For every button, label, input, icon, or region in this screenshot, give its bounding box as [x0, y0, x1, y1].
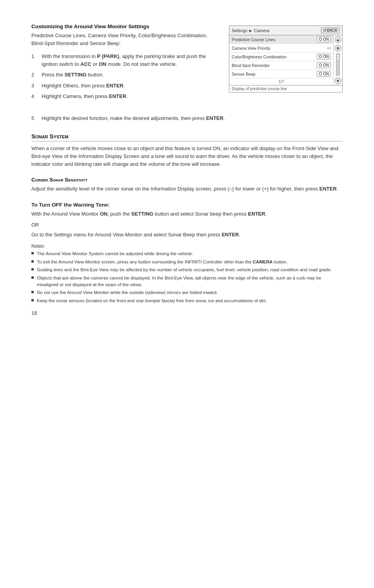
- step-text-3: Highlight Others, then press ENTER.: [42, 82, 217, 90]
- screen-row-2[interactable]: Camera View Priority: [229, 44, 333, 53]
- back-label: BACK: [327, 28, 338, 33]
- setting-label-warning: SETTING: [131, 211, 153, 217]
- bullet-3: [31, 268, 34, 270]
- back-icon: ↺: [323, 28, 326, 33]
- step-5-list: 5 Highlight the desired function, make t…: [31, 114, 343, 122]
- corner-sonar-body: Adjust the sensitivity level of the corn…: [31, 185, 343, 193]
- intro-text: Predictive Course Lines, Camera View Pri…: [31, 32, 217, 47]
- note-item-3: Guiding lines and the Bird-Eye View may …: [31, 267, 343, 273]
- enter-label-sonar: ENTER: [319, 186, 336, 192]
- warning-tone-body2: Go to the Settings menu for Around View …: [31, 231, 343, 239]
- screen-rows: Predictive Course Lines O ON Camera View…: [229, 35, 342, 85]
- bullet-4: [31, 276, 34, 279]
- note-item-6: Keep the sonar sensors (located on the f…: [31, 298, 343, 304]
- step-3: 3 Highlight Others, then press ENTER.: [31, 82, 217, 90]
- screen-menu-col: Predictive Course Lines O ON Camera View…: [229, 35, 334, 85]
- screen-side-col: ▲ ▼ ▼: [334, 35, 342, 85]
- page-number: 18: [31, 310, 37, 316]
- screen-header: Settings ► Camera ↺ BACK: [229, 26, 342, 35]
- enter-label-warning2: ENTER: [221, 232, 239, 238]
- notes-list: The Around View Monitor System cannot be…: [31, 250, 343, 304]
- note-item-5: Do not use the Around View Monitor while…: [31, 289, 343, 296]
- right-column: Settings ► Camera ↺ BACK Predictive Cour…: [229, 24, 343, 103]
- enter-label-1: ENTER: [106, 83, 123, 89]
- step-text-4: Highlight Camera, then press ENTER.: [42, 93, 217, 100]
- acc-label: ACC: [80, 61, 91, 67]
- row-value-2: [327, 47, 331, 49]
- row-value-4: O ON: [317, 62, 331, 68]
- setting-label-1: SETTING: [65, 72, 87, 78]
- screen-row-1[interactable]: Predictive Course Lines O ON: [229, 35, 333, 44]
- page-content: Customizing the Around View Monitor Sett…: [31, 24, 343, 304]
- warning-tone-heading: To Turn OFF the Warning Tone:: [31, 202, 343, 208]
- row-value-3: O ON: [317, 54, 331, 60]
- note-text-2: To exit the Around View Monitor screen, …: [37, 259, 288, 265]
- enter-label-5: ENTER: [206, 115, 223, 121]
- screen-row-3[interactable]: Color/Brightness Combination O ON: [229, 53, 333, 61]
- camera-label: CAMERA: [253, 260, 272, 264]
- top-section: Customizing the Around View Monitor Sett…: [31, 24, 343, 103]
- step-4: 4 Highlight Camera, then press ENTER.: [31, 93, 217, 100]
- note-text-4: Objects that are above the cameras canno…: [37, 275, 343, 288]
- step-2: 2 Press the SETTING button.: [31, 71, 217, 79]
- enter-label-2: ENTER: [109, 93, 126, 99]
- bullet-1: [31, 252, 34, 254]
- scroll-handle: [336, 54, 340, 61]
- screen-row-4[interactable]: Blind-Spot Reminder O ON: [229, 61, 333, 70]
- back-button[interactable]: ↺ BACK: [321, 27, 340, 33]
- scroll-down-button[interactable]: ▼: [334, 77, 341, 84]
- step-number-3: 3: [31, 82, 37, 90]
- customizing-title: Customizing the Around View Monitor Sett…: [31, 24, 217, 29]
- screen-row-5[interactable]: Sensor Beep O ON: [229, 70, 333, 78]
- step-text-2: Press the SETTING button.: [42, 71, 217, 79]
- bullet-5: [31, 291, 34, 293]
- row-label-4: Blind-Spot Reminder: [232, 63, 270, 68]
- bullet-6: [31, 299, 34, 301]
- note-item-1: The Around View Monitor System cannot be…: [31, 250, 343, 257]
- row-value-5: O ON: [317, 71, 331, 77]
- step-number-5: 5: [31, 114, 37, 122]
- note-item-4: Objects that are above the cameras canno…: [31, 275, 343, 288]
- enter-label-warning: ENTER: [248, 211, 265, 217]
- on-label-warning: ON: [100, 211, 108, 217]
- left-column: Customizing the Around View Monitor Sett…: [31, 24, 217, 103]
- step-1: 1 With the transmission in P (PARK), app…: [31, 53, 217, 68]
- step-number-1: 1: [31, 53, 37, 68]
- scroll-track: [336, 53, 340, 76]
- step-number-2: 2: [31, 71, 37, 79]
- screen-page-num: 1/7: [229, 78, 333, 85]
- screen-footer: Display of predictive course line: [229, 85, 342, 92]
- park-label: P (PARK): [97, 53, 120, 59]
- row-label-5: Sensor Beep: [232, 72, 256, 76]
- row-label-1: Predictive Course Lines: [232, 37, 275, 42]
- or-text: OR: [31, 222, 343, 228]
- step-5-container: 5 Highlight the desired function, make t…: [31, 114, 343, 122]
- warning-tone-body1: With the Around View Monitor ON, push th…: [31, 210, 343, 218]
- screen-header-title: Settings ► Camera: [232, 28, 269, 33]
- steps-list: 1 With the transmission in P (PARK), app…: [31, 53, 217, 100]
- step-number-4: 4: [31, 93, 37, 100]
- scroll-down-button-2[interactable]: ▼: [334, 45, 341, 52]
- corner-sonar-heading: Corner Sonar Sensitivity: [31, 177, 343, 183]
- note-item-2: To exit the Around View Monitor screen, …: [31, 259, 343, 265]
- row-value-1: O ON: [317, 36, 331, 42]
- step-text-5: Highlight the desired function, make the…: [42, 114, 343, 122]
- row-label-2: Camera View Priority: [232, 46, 270, 51]
- note-text-6: Keep the sonar sensors (located on the f…: [37, 298, 267, 304]
- note-text-5: Do not use the Around View Monitor while…: [37, 289, 218, 296]
- bullet-2: [31, 260, 34, 263]
- notes-label: Notes:: [31, 243, 343, 249]
- on-label-1: ON: [99, 61, 107, 67]
- note-text-1: The Around View Monitor System cannot be…: [37, 250, 193, 257]
- scroll-up-button[interactable]: ▲: [334, 36, 341, 43]
- sonar-heading: Sonar System: [31, 133, 343, 142]
- note-text-3: Guiding lines and the Bird-Eye View may …: [37, 267, 332, 273]
- screen-mockup: Settings ► Camera ↺ BACK Predictive Cour…: [229, 25, 343, 93]
- row-label-3: Color/Brightness Combination: [232, 54, 286, 59]
- step-text-1: With the transmission in P (PARK), apply…: [42, 53, 217, 68]
- sonar-body: When a corner of the vehicle moves close…: [31, 145, 343, 168]
- step-5: 5 Highlight the desired function, make t…: [31, 114, 343, 122]
